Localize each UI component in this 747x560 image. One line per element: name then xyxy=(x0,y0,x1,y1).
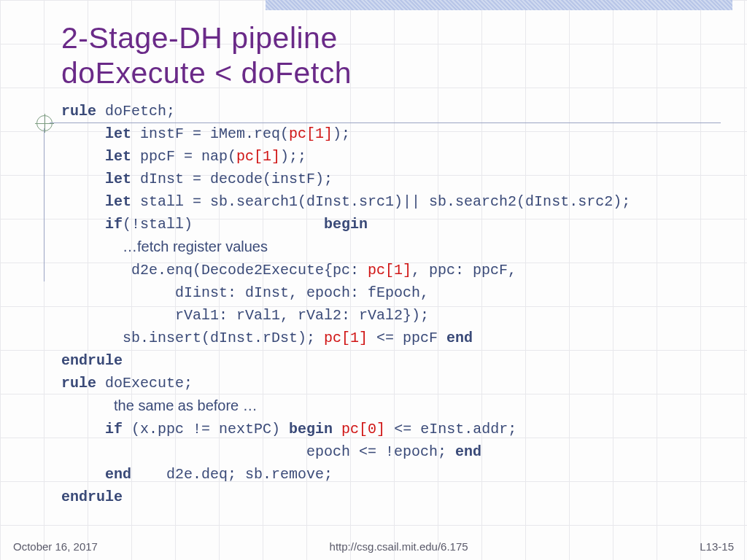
kw-rule: rule xyxy=(61,103,96,120)
slide-corner-ornament xyxy=(36,115,53,131)
code-l2a: instF = iMem.req( xyxy=(131,125,289,142)
code-l3a: ppcF = nap( xyxy=(131,148,236,165)
code-l3b: );; xyxy=(280,148,306,165)
kw-end: end xyxy=(446,330,473,346)
title-line-2: doExecute < doFetch xyxy=(61,56,352,90)
kw-end: end xyxy=(455,443,481,460)
note-same: the same as before … xyxy=(114,397,258,413)
footer-page: L13-15 xyxy=(700,540,734,553)
code-l10a: sb.insert(dInst.rDst); xyxy=(123,330,324,346)
slide-content: 2-Stage-DH pipeline doExecute < doFetch … xyxy=(61,20,725,531)
kw-if: if xyxy=(105,216,123,233)
code-l10b: <= ppcF xyxy=(368,330,446,346)
kw-begin: begin xyxy=(324,216,368,233)
kw-let: let xyxy=(105,148,131,165)
code-l12a: (x.ppc != nextPC) xyxy=(123,421,289,438)
code-l4: dInst = decode(instF); xyxy=(131,171,333,187)
code-l7b: , ppc: ppcF, xyxy=(411,262,516,279)
title-line-1: 2-Stage-DH pipeline xyxy=(61,21,338,55)
rule-doexecute: doExecute; xyxy=(96,375,193,392)
kw-endrule: endrule xyxy=(61,352,123,369)
code-l13: epoch <= !epoch; xyxy=(306,443,455,460)
code-l2b: ); xyxy=(333,125,350,142)
pc1-b: pc[1] xyxy=(236,148,280,165)
code-l6: (!stall) xyxy=(123,216,324,233)
kw-endrule: endrule xyxy=(61,489,123,505)
kw-begin: begin xyxy=(289,421,333,438)
kw-if: if xyxy=(105,421,123,438)
code-l9: rVal1: rVal1, rVal2: rVal2}); xyxy=(175,307,429,324)
kw-let: let xyxy=(105,193,131,210)
code-l14: d2e.deq; sb.remove; xyxy=(131,466,333,483)
code-l5: stall = sb.search1(dInst.src1)|| sb.sear… xyxy=(131,193,630,210)
footer-date: October 16, 2017 xyxy=(13,540,98,553)
slide-footer: October 16, 2017 http://csg.csail.mit.ed… xyxy=(13,540,734,553)
note-fetch: …fetch register values xyxy=(123,238,268,254)
pc0: pc[0] xyxy=(341,421,385,438)
kw-rule: rule xyxy=(61,375,96,392)
rule-dofetch: doFetch; xyxy=(96,103,175,120)
kw-end: end xyxy=(105,466,131,483)
code-l7a: d2e.enq(Decode2Execute{pc: xyxy=(131,262,368,279)
pc1-d: pc[1] xyxy=(324,330,368,346)
footer-url: http://csg.csail.mit.edu/6.175 xyxy=(330,540,468,553)
kw-let: let xyxy=(105,171,131,187)
code-l12b: <= eInst.addr; xyxy=(385,421,516,438)
top-decorative-band xyxy=(266,0,732,10)
pc1-c: pc[1] xyxy=(368,262,411,279)
code-l8: dIinst: dInst, epoch: fEpoch, xyxy=(175,284,429,301)
pc1-a: pc[1] xyxy=(289,125,333,142)
code-block: rule doFetch; let instF = iMem.req(pc[1]… xyxy=(61,100,725,508)
kw-let: let xyxy=(105,125,131,142)
slide-title: 2-Stage-DH pipeline doExecute < doFetch xyxy=(61,20,725,91)
